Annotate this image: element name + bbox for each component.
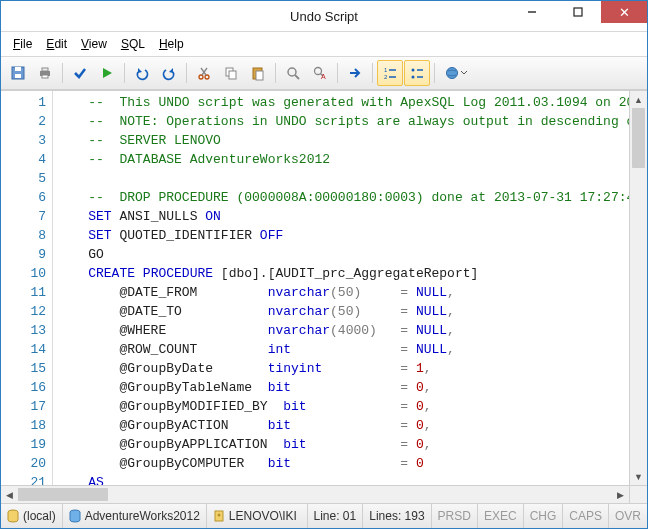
undo-button[interactable] <box>129 60 155 86</box>
status-user: LENOVO\IKI <box>207 504 308 528</box>
line-number: 5 <box>1 169 46 188</box>
code-line: @GroupByCOMPUTER bit = 0 <box>57 454 629 473</box>
status-caps: CAPS <box>563 504 609 528</box>
user-icon <box>213 509 225 523</box>
window-controls: ✕ <box>509 1 647 23</box>
vertical-scrollbar[interactable]: ▲ ▼ <box>629 91 647 485</box>
line-number: 7 <box>1 207 46 226</box>
menu-view[interactable]: View <box>75 35 113 53</box>
menu-bar: File Edit View SQL Help <box>1 32 647 57</box>
close-button[interactable]: ✕ <box>601 1 647 23</box>
line-number: 11 <box>1 283 46 302</box>
line-number: 6 <box>1 188 46 207</box>
line-number: 1 <box>1 93 46 112</box>
code-line: SET ANSI_NULLS ON <box>57 207 629 226</box>
line-number: 14 <box>1 340 46 359</box>
maximize-icon <box>573 7 583 17</box>
code-line: @GroupByMODIFIED_BY bit = 0, <box>57 397 629 416</box>
scroll-track[interactable] <box>18 486 612 503</box>
minimize-icon <box>527 7 537 17</box>
separator <box>62 63 63 83</box>
svg-text:A: A <box>321 73 326 80</box>
svg-text:1: 1 <box>384 67 388 73</box>
line-number: 9 <box>1 245 46 264</box>
menu-file[interactable]: File <box>7 35 38 53</box>
options-button[interactable] <box>439 60 473 86</box>
line-number: 17 <box>1 397 46 416</box>
code-line: GO <box>57 245 629 264</box>
cut-button[interactable] <box>191 60 217 86</box>
check-icon <box>72 65 88 81</box>
minimize-button[interactable] <box>509 1 555 23</box>
numbered-list-button[interactable]: 12 <box>377 60 403 86</box>
svg-rect-3 <box>15 74 21 78</box>
code-line: -- This UNDO script was generated with A… <box>57 93 629 112</box>
save-icon <box>10 65 26 81</box>
scroll-up-button[interactable]: ▲ <box>630 91 647 108</box>
code-line: @GroupByTableName bit = 0, <box>57 378 629 397</box>
code-line: @DATE_TO nvarchar(50) = NULL, <box>57 302 629 321</box>
code-line: @GroupByACTION bit = 0, <box>57 416 629 435</box>
status-exec: EXEC <box>478 504 524 528</box>
line-number: 16 <box>1 378 46 397</box>
find-icon <box>285 65 301 81</box>
toolbar: A 12 <box>1 57 647 90</box>
menu-sql[interactable]: SQL <box>115 35 151 53</box>
code-line: -- SERVER LENOVO <box>57 131 629 150</box>
status-chg: CHG <box>524 504 564 528</box>
status-prsd: PRSD <box>432 504 478 528</box>
goto-button[interactable] <box>342 60 368 86</box>
svg-rect-13 <box>229 71 236 79</box>
scroll-corner <box>629 486 647 503</box>
undo-icon <box>134 65 150 81</box>
line-number: 12 <box>1 302 46 321</box>
redo-button[interactable] <box>156 60 182 86</box>
code-line: -- DATABASE AdventureWorks2012 <box>57 150 629 169</box>
line-number: 19 <box>1 435 46 454</box>
svg-line-17 <box>295 75 299 79</box>
menu-edit[interactable]: Edit <box>40 35 73 53</box>
separator <box>275 63 276 83</box>
print-icon <box>37 65 53 81</box>
status-ovr: OVR <box>609 504 647 528</box>
scroll-thumb[interactable] <box>18 488 108 501</box>
chevron-down-icon <box>460 65 468 81</box>
svg-rect-6 <box>42 68 48 71</box>
status-server: (local) <box>1 504 63 528</box>
scroll-thumb[interactable] <box>632 108 645 168</box>
execute-button[interactable] <box>94 60 120 86</box>
separator <box>124 63 125 83</box>
code-line: @ROW_COUNT int = NULL, <box>57 340 629 359</box>
line-number: 4 <box>1 150 46 169</box>
svg-point-26 <box>412 76 415 79</box>
play-icon <box>99 65 115 81</box>
code-area[interactable]: -- This UNDO script was generated with A… <box>53 91 629 485</box>
scroll-down-button[interactable]: ▼ <box>630 468 647 485</box>
copy-button[interactable] <box>218 60 244 86</box>
svg-rect-4 <box>15 67 21 71</box>
menu-help[interactable]: Help <box>153 35 190 53</box>
code-line <box>57 169 629 188</box>
save-button[interactable] <box>5 60 31 86</box>
bullet-list-button[interactable] <box>404 60 430 86</box>
find-button[interactable] <box>280 60 306 86</box>
code-line: SET QUOTED_IDENTIFIER OFF <box>57 226 629 245</box>
status-database: AdventureWorks2012 <box>63 504 207 528</box>
status-line: Line: 01 <box>308 504 364 528</box>
title-bar: Undo Script ✕ <box>1 1 647 32</box>
scroll-right-button[interactable]: ▶ <box>612 486 629 503</box>
horizontal-scrollbar[interactable]: ◀ ▶ <box>1 485 647 503</box>
code-line: @WHERE nvarchar(4000) = NULL, <box>57 321 629 340</box>
line-number: 20 <box>1 454 46 473</box>
paste-button[interactable] <box>245 60 271 86</box>
print-button[interactable] <box>32 60 58 86</box>
line-number: 8 <box>1 226 46 245</box>
replace-button[interactable]: A <box>307 60 333 86</box>
separator <box>186 63 187 83</box>
separator <box>337 63 338 83</box>
check-syntax-button[interactable] <box>67 60 93 86</box>
code-line: @GroupByDate tinyint = 1, <box>57 359 629 378</box>
scroll-left-button[interactable]: ◀ <box>1 486 18 503</box>
maximize-button[interactable] <box>555 1 601 23</box>
replace-icon: A <box>312 65 328 81</box>
